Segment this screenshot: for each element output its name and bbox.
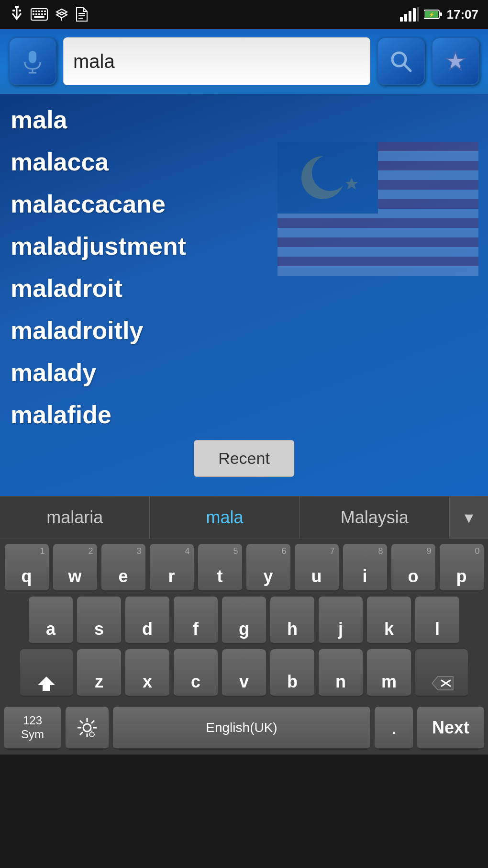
- search-input-container[interactable]: [63, 37, 370, 85]
- key-h[interactable]: h: [270, 597, 314, 644]
- svg-rect-3: [19, 10, 21, 11]
- key-d[interactable]: d: [125, 597, 169, 644]
- key-row-3: z x c v b n m: [4, 649, 484, 697]
- bottom-row: 123 Sym English(UK) . Next: [0, 702, 488, 755]
- key-m[interactable]: m: [367, 649, 411, 697]
- autocomplete-expand-button[interactable]: ▾: [450, 496, 488, 539]
- svg-rect-2: [12, 10, 15, 11]
- key-e[interactable]: 3e: [101, 544, 145, 592]
- key-a[interactable]: a: [29, 597, 73, 644]
- key-y[interactable]: 6y: [246, 544, 290, 592]
- key-w[interactable]: 2w: [53, 544, 97, 592]
- word-item[interactable]: malaccacane: [0, 183, 488, 225]
- mic-icon: [20, 49, 45, 74]
- space-key[interactable]: English(UK): [113, 707, 370, 750]
- settings-icon: [77, 717, 98, 738]
- key-o[interactable]: 9o: [391, 544, 435, 592]
- word-item[interactable]: maladroitly: [0, 309, 488, 351]
- svg-line-35: [404, 64, 410, 71]
- status-icons: [10, 6, 88, 23]
- search-button[interactable]: [377, 37, 425, 85]
- key-c[interactable]: c: [174, 649, 218, 697]
- status-bar: ⚡ 17:07: [0, 0, 488, 29]
- svg-rect-15: [34, 16, 44, 18]
- svg-rect-12: [38, 13, 40, 15]
- svg-rect-1: [15, 6, 19, 8]
- shift-icon: [37, 676, 56, 692]
- key-n[interactable]: n: [319, 649, 363, 697]
- next-key[interactable]: Next: [417, 707, 484, 750]
- key-b[interactable]: b: [270, 649, 314, 697]
- svg-rect-6: [35, 11, 37, 12]
- key-u[interactable]: 7u: [295, 544, 339, 592]
- usb-icon: [10, 6, 24, 23]
- svg-rect-29: [440, 12, 442, 16]
- shift-key[interactable]: [20, 649, 73, 697]
- search-icon: [388, 49, 413, 74]
- key-r[interactable]: 4r: [150, 544, 194, 592]
- svg-rect-31: [29, 51, 36, 63]
- word-list-area: mala malacca malaccacane maladjustment m…: [0, 94, 488, 496]
- svg-rect-25: [413, 8, 416, 22]
- space-label: English(UK): [206, 720, 277, 735]
- key-v[interactable]: v: [222, 649, 266, 697]
- key-f[interactable]: f: [174, 597, 218, 644]
- svg-rect-8: [41, 11, 43, 12]
- search-input[interactable]: [73, 51, 360, 72]
- period-key[interactable]: .: [375, 707, 413, 750]
- key-row-2: a s d f g h j k l: [4, 597, 484, 644]
- favorites-button[interactable]: [432, 37, 479, 85]
- key-l[interactable]: l: [415, 597, 459, 644]
- signal-icon: [400, 7, 419, 22]
- key-z[interactable]: z: [77, 649, 121, 697]
- key-x[interactable]: x: [125, 649, 169, 697]
- key-i[interactable]: 8i: [343, 544, 387, 592]
- key-t[interactable]: 5t: [198, 544, 242, 592]
- keyboard-icon: [31, 8, 48, 21]
- settings-key[interactable]: [66, 707, 109, 750]
- recent-button[interactable]: Recent: [194, 440, 294, 477]
- status-right: ⚡ 17:07: [400, 7, 479, 22]
- word-item[interactable]: malacca: [0, 141, 488, 183]
- word-item[interactable]: malady: [0, 351, 488, 394]
- key-k[interactable]: k: [367, 597, 411, 644]
- key-q[interactable]: 1q: [5, 544, 49, 592]
- sym-key[interactable]: 123 Sym: [4, 707, 61, 750]
- autocomplete-word-1[interactable]: mala: [150, 496, 299, 539]
- autocomplete-word-0[interactable]: malaria: [0, 496, 150, 539]
- key-j[interactable]: j: [319, 597, 363, 644]
- key-g[interactable]: g: [222, 597, 266, 644]
- svg-marker-57: [38, 676, 55, 691]
- svg-line-65: [80, 721, 83, 723]
- header: [0, 29, 488, 94]
- status-time: 17:07: [447, 7, 479, 22]
- svg-rect-9: [44, 11, 46, 12]
- svg-rect-13: [41, 13, 43, 15]
- backspace-key[interactable]: [415, 649, 468, 697]
- svg-rect-14: [44, 13, 46, 15]
- svg-rect-11: [35, 13, 37, 15]
- word-item[interactable]: maladjustment: [0, 225, 488, 267]
- word-item[interactable]: mala: [0, 99, 488, 141]
- mic-button[interactable]: [9, 37, 56, 85]
- svg-rect-24: [409, 11, 411, 22]
- backspace-icon: [429, 675, 454, 692]
- key-s[interactable]: s: [77, 597, 121, 644]
- word-item[interactable]: maladroit: [0, 267, 488, 309]
- dropbox-icon: [55, 7, 69, 22]
- word-list: mala malacca malaccacane maladjustment m…: [0, 99, 488, 436]
- svg-rect-23: [404, 14, 407, 22]
- svg-rect-5: [33, 11, 34, 12]
- word-item[interactable]: malafide: [0, 394, 488, 436]
- svg-line-67: [91, 721, 94, 723]
- svg-text:⚡: ⚡: [429, 11, 435, 18]
- chevron-down-icon: ▾: [465, 507, 473, 528]
- svg-line-68: [80, 732, 83, 735]
- key-row-1: 1q 2w 3e 4r 5t 6y 7u 8i 9o 0p: [4, 544, 484, 592]
- keyboard: 1q 2w 3e 4r 5t 6y 7u 8i 9o 0p a s d f g …: [0, 539, 488, 702]
- key-p[interactable]: 0p: [440, 544, 484, 592]
- svg-rect-10: [33, 13, 34, 15]
- svg-rect-22: [400, 17, 403, 22]
- svg-rect-7: [38, 11, 40, 12]
- autocomplete-word-2[interactable]: Malaysia: [300, 496, 450, 539]
